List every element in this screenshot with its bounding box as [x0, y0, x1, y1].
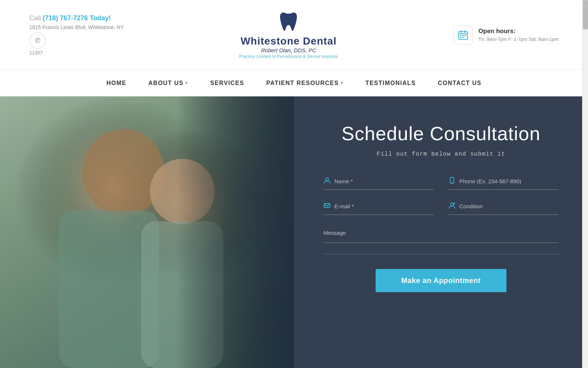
svg-rect-8 [462, 37, 464, 38]
logo-tagline: Practice Limited to Periodontics & Denta… [239, 54, 338, 59]
patient-resources-chevron: ▾ [341, 81, 344, 85]
phone-field [448, 176, 559, 190]
logo-area[interactable]: Whitestone Dental Robert Olan, DDS, PC P… [239, 11, 338, 59]
logo-name: Whitestone Dental [241, 35, 337, 47]
today-label: Today! [90, 14, 111, 22]
svg-point-20 [451, 203, 453, 206]
name-field [323, 176, 434, 190]
open-hours-title: Open hours: [478, 28, 559, 35]
svg-rect-4 [460, 35, 462, 36]
zip-code: 11357 [29, 50, 43, 56]
scrollbar-thumb[interactable] [583, 0, 588, 29]
svg-rect-19 [324, 204, 330, 208]
svg-point-16 [326, 178, 329, 181]
svg-point-18 [452, 182, 452, 183]
phone-icon-wrap: ✆ [29, 32, 46, 49]
nav-services[interactable]: SERVICES [210, 80, 244, 86]
hero-subtitle: Fill out form below and submit it [377, 151, 505, 158]
navbar: HOME ABOUT US ▾ SERVICES PATIENT RESOURC… [0, 70, 588, 96]
header-right: Open hours: Th: 9am-7pm F: 1-7pm Sat: 8a… [453, 25, 559, 45]
condition-icon [448, 202, 456, 211]
header: Call (718) 767-7276 Today! 1815 Francis … [0, 0, 588, 70]
svg-rect-5 [462, 35, 464, 36]
phone-icon[interactable]: ✆ [29, 32, 46, 49]
appointment-button[interactable]: Make an Appointment [376, 269, 507, 292]
call-label: Call [29, 14, 41, 22]
email-field [323, 201, 434, 215]
nav-testimonials[interactable]: TESTIMONIALS [365, 80, 416, 86]
email-icon [323, 202, 331, 211]
logo-subtitle: Robert Olan, DDS, PC [261, 47, 316, 53]
svg-rect-7 [460, 37, 462, 38]
phone-number: (718) 767-7276 [43, 14, 88, 22]
hero-form-panel: Schedule Consultation Fill out form belo… [294, 96, 588, 368]
hero-section: Schedule Consultation Fill out form belo… [0, 96, 588, 368]
logo-tooth-icon [279, 11, 298, 34]
address-line1: 1815 Francis Lewis Blvd, Whitestone, NY [29, 24, 124, 30]
call-info: Call (718) 767-7276 Today! [29, 14, 111, 22]
email-input[interactable] [334, 201, 434, 212]
open-hours: Open hours: Th: 9am-7pm F: 1-7pm Sat: 8a… [478, 28, 559, 42]
message-field [323, 226, 559, 243]
form-row-1 [323, 176, 559, 190]
message-input[interactable] [323, 226, 559, 240]
nav-contact-us[interactable]: CONTACT US [438, 80, 481, 86]
open-hours-detail: Th: 9am-7pm F: 1-7pm Sat: 8am-1pm [478, 36, 559, 42]
form-row-2 [323, 201, 559, 215]
hero-title: Schedule Consultation [341, 122, 540, 145]
name-input[interactable] [334, 176, 434, 187]
calendar-icon [453, 25, 473, 45]
about-us-chevron: ▾ [185, 81, 188, 85]
svg-rect-6 [465, 35, 466, 36]
nav-about-us[interactable]: ABOUT US ▾ [148, 80, 188, 86]
header-left: Call (718) 767-7276 Today! 1815 Francis … [29, 14, 124, 56]
user-icon [323, 177, 331, 186]
form-divider [323, 254, 559, 254]
phone-field-icon [448, 177, 456, 186]
phone-input[interactable] [459, 176, 559, 187]
nav-patient-resources[interactable]: PATIENT RESOURCES ▾ [266, 80, 344, 86]
condition-field [448, 201, 559, 215]
scrollbar[interactable] [582, 0, 588, 368]
nav-home[interactable]: HOME [107, 80, 126, 86]
hero-image [0, 96, 294, 368]
condition-input[interactable] [459, 201, 559, 212]
svg-rect-15 [0, 96, 294, 368]
